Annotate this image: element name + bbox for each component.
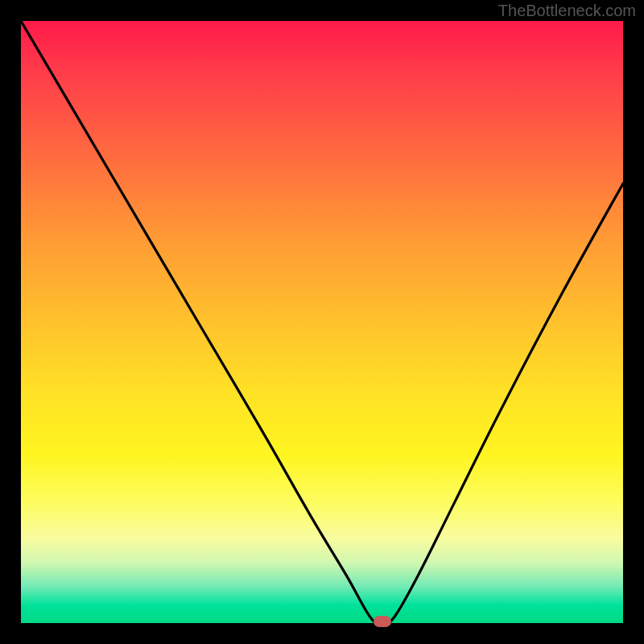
watermark-text: TheBottleneck.com (498, 2, 636, 20)
plot-area (21, 21, 623, 623)
chart-svg (21, 21, 623, 623)
bottleneck-curve (21, 21, 623, 623)
optimal-point-marker (374, 616, 391, 627)
